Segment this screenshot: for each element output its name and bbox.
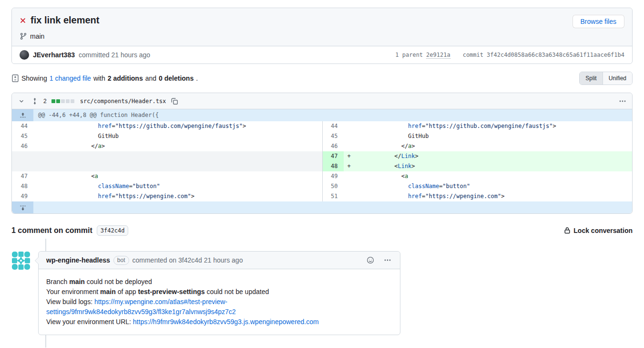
diff-empty-cell <box>12 161 33 171</box>
comment-body: Branch main could not be deployedYour en… <box>39 269 400 335</box>
period: . <box>196 74 198 82</box>
comment-text: View your environment URL: <box>46 318 133 326</box>
diff-code-line: GitHub <box>344 131 633 141</box>
diff-empty-cell <box>33 161 322 171</box>
collapse-chevron-down-icon[interactable] <box>17 96 26 106</box>
commit-header-top: fix link element Browse files main <box>12 8 632 46</box>
diff-view-toggle: Split Unified <box>579 72 633 85</box>
diff-line-number[interactable]: 48 <box>12 181 33 191</box>
comment-options-kebab-icon[interactable] <box>383 255 392 265</box>
comment-text: Branch <box>46 278 69 285</box>
commit-title: fix link element <box>31 15 100 26</box>
diff-line-number[interactable]: 46 <box>12 141 33 151</box>
commit-header-box: fix link element Browse files main JEver… <box>11 8 633 64</box>
diff-line-number[interactable]: 44 <box>322 121 344 131</box>
diff-code-line: </a> <box>33 141 322 151</box>
comment-text: test-preview-settings <box>138 288 205 295</box>
comment-text: could not be updated <box>205 288 269 295</box>
diff-code-line: <a <box>344 171 633 181</box>
bot-avatar[interactable] <box>11 251 31 270</box>
diff-code-line: <a <box>33 171 322 181</box>
diff-line-number[interactable]: 49 <box>322 171 344 181</box>
browse-files-button[interactable]: Browse files <box>572 15 624 28</box>
diff-code-line: </a> <box>344 141 633 151</box>
lock-conversation-button[interactable]: Lock conversation <box>563 227 633 234</box>
file-path-link[interactable]: src/components/Header.tsx <box>80 98 166 105</box>
comment-link[interactable]: https://my.wpengine.com/atlas#/test-prev… <box>94 298 227 306</box>
emoji-reaction-icon[interactable] <box>366 255 375 265</box>
diff-line-number[interactable]: 47 <box>322 151 344 161</box>
diff-line-number[interactable]: 45 <box>12 131 33 141</box>
parent-sha-link[interactable]: 2e9121a <box>426 52 450 59</box>
commit-sha: 3f42c4d0858a66c83a6348c65a61f11aace6f1b4 <box>487 52 624 58</box>
diff-line-number[interactable]: 46 <box>322 141 344 151</box>
x-status-icon <box>20 17 26 24</box>
diff-code-line: href="https://github.com/wpengine/faustj… <box>344 121 633 131</box>
diff-line-number[interactable]: 50 <box>322 181 344 191</box>
diff-line-number[interactable]: 51 <box>322 191 344 201</box>
lock-icon <box>563 227 571 234</box>
comment-body-line: View build logs: https://my.wpengine.com… <box>46 297 392 307</box>
comment-text: Your environment <box>46 288 100 295</box>
unified-view-button[interactable]: Unified <box>603 72 632 84</box>
copy-path-icon[interactable] <box>170 96 179 106</box>
commit-page: fix link element Browse files main JEver… <box>0 0 644 348</box>
diff-line-number[interactable]: 47 <box>12 171 33 181</box>
changed-files-summary: Showing 1 changed file with 2 additions … <box>11 74 198 82</box>
diffstat <box>51 99 74 103</box>
and-label: and <box>145 74 156 82</box>
bot-badge: bot <box>113 256 129 265</box>
diff-code-line: href="https://wpengine.com"> <box>344 191 633 201</box>
with-label: with <box>93 74 105 82</box>
comment-body-line: Your environment main of app test-previe… <box>46 287 392 297</box>
diff-line-number[interactable]: 44 <box>12 121 33 131</box>
comments-heading: 1 comment on commit 3f42c4d <box>11 225 128 236</box>
author-avatar[interactable] <box>20 50 29 60</box>
diff-code-line: href="https://wpengine.com"> <box>33 191 322 201</box>
file-options-kebab-icon[interactable] <box>618 96 627 106</box>
commit-author[interactable]: JEverhart383 <box>33 51 75 59</box>
git-branch-icon <box>20 32 27 40</box>
comment-author[interactable]: wp-engine-headless <box>46 256 110 264</box>
diffstat-added-square <box>51 99 55 103</box>
diffstat-neutral-square <box>66 99 70 103</box>
changed-file-link[interactable]: 1 changed file <box>50 74 91 82</box>
commit-meta: 1 parent 2e9121a commit 3f42c4d0858a66c8… <box>395 52 624 59</box>
expand-down-button[interactable] <box>12 201 33 213</box>
diffstat-neutral-square <box>71 99 74 103</box>
expand-down-row[interactable] <box>33 201 632 213</box>
deletions-count: 0 deletions <box>159 74 194 82</box>
diff-code-line: GitHub <box>33 131 322 141</box>
diff-code-line: href="https://github.com/wpengine/faustj… <box>33 121 322 131</box>
split-view-button[interactable]: Split <box>580 72 602 84</box>
comment-body-line: View your environment URL: https://h9fmr… <box>46 317 392 327</box>
diff-code-line: className="button" <box>344 181 633 191</box>
expand-up-button[interactable] <box>12 109 33 121</box>
diff-line-number[interactable]: 45 <box>322 131 344 141</box>
file-changes-count: 2 <box>43 98 47 105</box>
additions-count: 2 additions <box>108 74 143 82</box>
comment-header: wp-engine-headless bot commented on 3f42… <box>39 252 400 269</box>
diff-code-line: className="button" <box>33 181 322 191</box>
diff-code-line: + <Link> <box>344 161 633 171</box>
branch-name[interactable]: main <box>30 32 44 40</box>
parent-label: 1 parent <box>395 52 423 59</box>
diff-line-number[interactable]: 48 <box>322 161 344 171</box>
comment-text: main <box>100 288 116 295</box>
comment-box: wp-engine-headless bot commented on 3f42… <box>38 251 400 335</box>
diff-line-number[interactable]: 49 <box>12 191 33 201</box>
commit-title-row: fix link element <box>20 15 100 26</box>
comment-text: of app <box>116 288 138 295</box>
comment-text: main <box>69 278 85 285</box>
commit-sha-chip: 3f42c4d <box>97 225 129 236</box>
comment-link[interactable]: settings/9fmr9wk84edokyrb8zvv59g3/fl3ke1… <box>46 308 236 316</box>
lock-conversation-label: Lock conversation <box>573 227 633 234</box>
hunk-header: @@ -44,6 +44,8 @@ function Header({ <box>33 109 632 121</box>
diffstat-neutral-square <box>61 99 65 103</box>
diff-empty-cell <box>33 151 322 161</box>
expand-all-icon[interactable] <box>30 96 40 106</box>
file-diff-icon <box>11 74 19 82</box>
comment-link[interactable]: https://h9fmr9wk84edokyrb8zvv59g3.js.wpe… <box>133 318 319 326</box>
commit-label: commit <box>463 52 483 58</box>
comment-text: View build logs: <box>46 298 94 306</box>
